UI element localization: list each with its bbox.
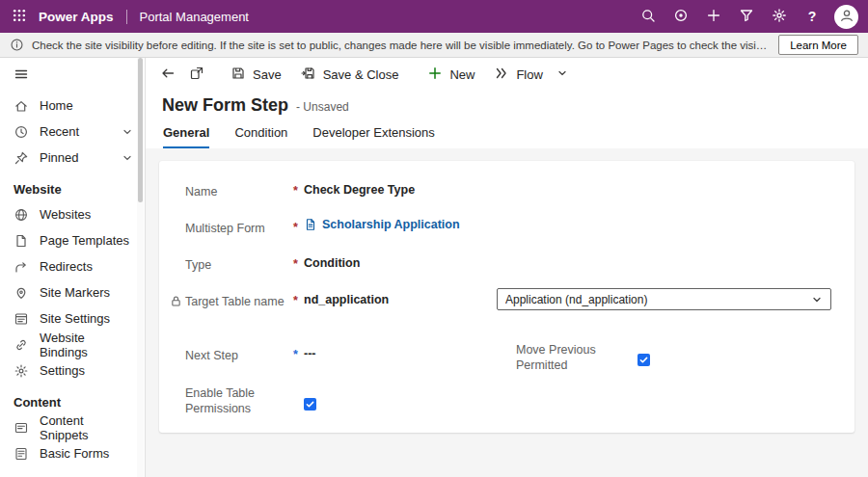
header-actions: ? xyxy=(632,0,860,33)
lock-icon xyxy=(170,295,182,307)
form-tabs: General Condition Developer Extensions xyxy=(146,119,868,148)
banner-message: Check the site visibility before editing… xyxy=(32,40,771,51)
back-button[interactable] xyxy=(153,60,182,89)
open-in-new-window-icon xyxy=(189,66,204,84)
name-field-value[interactable]: Check Degree Type xyxy=(304,183,415,197)
multistep-form-lookup-link[interactable]: Scholarship Application xyxy=(304,218,460,231)
sidebar-section-website: Website xyxy=(0,171,145,201)
flow-icon xyxy=(494,66,509,84)
page-icon xyxy=(14,233,29,249)
new-button[interactable]: New xyxy=(418,60,484,89)
sidebar-item-site-settings[interactable]: Site Settings xyxy=(0,305,145,331)
type-field-label: Type xyxy=(185,257,293,273)
lookup-record-icon xyxy=(304,218,317,231)
title-row: New Form Step - Unsaved xyxy=(146,91,868,119)
settings-button[interactable] xyxy=(763,0,796,33)
account-avatar[interactable] xyxy=(834,5,858,29)
flow-button[interactable]: Flow xyxy=(484,60,552,89)
sidebar-item-label: Site Markers xyxy=(40,285,110,300)
sidebar-item-home[interactable]: Home xyxy=(0,93,145,119)
tab-condition[interactable]: Condition xyxy=(234,125,287,148)
waffle-menu-button[interactable] xyxy=(0,0,39,33)
save-button[interactable]: Save xyxy=(221,60,291,89)
tab-developer-extensions[interactable]: Developer Extensions xyxy=(312,125,434,148)
home-icon xyxy=(14,98,29,114)
required-marker: * xyxy=(293,257,298,271)
collapse-sitemap-button[interactable] xyxy=(0,58,145,93)
sidebar-item-content-snippets[interactable]: Content Snippets xyxy=(0,414,145,440)
new-label: New xyxy=(449,67,475,82)
sidebar-item-settings[interactable]: Settings xyxy=(0,358,145,384)
plus-icon xyxy=(706,8,721,26)
app-name[interactable]: Power Apps xyxy=(39,10,114,24)
sidebar-item-label: Home xyxy=(40,98,73,113)
sidebar-item-label: Content Snippets xyxy=(40,413,133,442)
target-table-dropdown[interactable]: Application (nd_application) xyxy=(497,288,831,310)
target-table-field-value[interactable]: nd_application xyxy=(304,293,389,306)
general-section-card: Name * Check Degree Type Multistep Form … xyxy=(159,161,854,433)
flow-dropdown-button[interactable] xyxy=(553,60,572,89)
compass-icon xyxy=(673,8,689,26)
next-step-field-value[interactable]: --- xyxy=(304,347,316,360)
sidebar-item-website-bindings[interactable]: Website Bindings xyxy=(0,331,145,358)
checkmark-icon xyxy=(305,399,315,410)
person-icon xyxy=(839,8,854,26)
sidebar-item-label: Pinned xyxy=(40,150,78,165)
funnel-icon xyxy=(739,8,754,26)
save-and-close-label: Save & Close xyxy=(323,67,399,82)
search-button[interactable] xyxy=(632,0,665,33)
tab-general[interactable]: General xyxy=(163,125,209,148)
sidebar-item-label: Recent xyxy=(40,124,79,139)
sidebar-item-site-markers[interactable]: Site Markers xyxy=(0,279,145,305)
hamburger-icon xyxy=(14,66,29,85)
enable-table-permissions-checkbox[interactable] xyxy=(304,398,316,411)
sidebar-scrollbar-thumb[interactable] xyxy=(138,58,143,202)
save-label: Save xyxy=(253,67,282,82)
help-icon: ? xyxy=(808,9,817,24)
body: Home Recent Pinned Website Websites Page… xyxy=(0,58,868,477)
snippet-icon xyxy=(14,420,29,436)
help-button[interactable]: ? xyxy=(796,0,828,33)
compass-button[interactable] xyxy=(665,0,697,33)
target-table-field-label: Target Table name xyxy=(185,294,293,309)
window-settings-icon xyxy=(14,311,29,327)
sidebar-item-pinned[interactable]: Pinned xyxy=(0,145,145,171)
sidebar-item-redirects[interactable]: Redirects xyxy=(0,253,145,279)
lookup-value: Scholarship Application xyxy=(322,218,460,231)
back-arrow-icon xyxy=(160,66,176,84)
popout-button[interactable] xyxy=(182,60,211,89)
sidebar-item-recent[interactable]: Recent xyxy=(0,119,145,145)
quick-create-button[interactable] xyxy=(697,0,730,33)
sidebar-item-label: Basic Forms xyxy=(40,446,109,461)
power-apps-window: Power Apps Portal Management ? Check the… xyxy=(0,0,868,477)
learn-more-button[interactable]: Learn More xyxy=(778,35,858,55)
waffle-icon xyxy=(12,8,27,26)
flow-label: Flow xyxy=(516,67,542,82)
chevron-down-icon xyxy=(122,152,133,164)
save-and-close-button[interactable]: Save & Close xyxy=(291,60,409,89)
redirect-arrow-icon xyxy=(14,259,29,275)
sidebar-item-label: Websites xyxy=(40,207,91,222)
page-title: New Form Step xyxy=(162,95,288,116)
header-divider xyxy=(126,10,127,24)
filter-button[interactable] xyxy=(730,0,763,33)
dropdown-selected-value: Application (nd_application) xyxy=(505,293,811,306)
info-icon xyxy=(10,38,24,52)
sidebar-item-basic-forms[interactable]: Basic Forms xyxy=(0,440,145,466)
move-previous-permitted-checkbox[interactable] xyxy=(637,354,650,366)
type-field-value[interactable]: Condition xyxy=(304,256,360,270)
enable-table-permissions-label: Enable Table Permissions xyxy=(185,385,293,417)
save-icon xyxy=(231,66,246,84)
sidebar-scrollbar[interactable] xyxy=(137,58,144,477)
link-icon xyxy=(14,337,29,353)
sidebar-item-label: Page Templates xyxy=(40,233,129,248)
sidebar-item-websites[interactable]: Websites xyxy=(0,201,145,227)
gear-icon xyxy=(14,363,29,379)
search-icon xyxy=(640,8,656,26)
sidebar-item-page-templates[interactable]: Page Templates xyxy=(0,227,145,253)
breadcrumb[interactable]: Portal Management xyxy=(140,10,249,24)
chevron-down-icon xyxy=(556,67,568,82)
command-bar: Save Save & Close New Flow xyxy=(146,58,868,91)
name-field-label: Name xyxy=(185,184,293,199)
main-area: Save Save & Close New Flow xyxy=(146,58,868,477)
